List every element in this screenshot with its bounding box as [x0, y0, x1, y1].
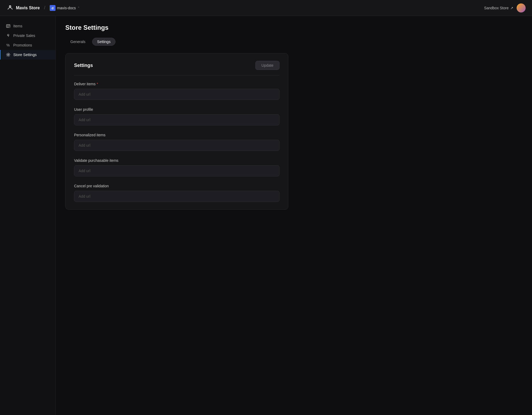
tab-generals[interactable]: Generals — [65, 38, 91, 46]
breadcrumb-separator: / — [44, 5, 45, 11]
svg-text:d: d — [52, 6, 54, 10]
update-button[interactable]: Update — [255, 61, 280, 70]
items-icon — [6, 24, 11, 28]
user-profile-input[interactable] — [74, 114, 280, 125]
page-title: Store Settings — [65, 24, 522, 31]
sidebar-store-settings-label: Store Settings — [13, 53, 37, 57]
store-settings-icon — [6, 53, 11, 57]
promotions-icon: % — [6, 43, 11, 47]
settings-card: Settings Update Deliver items * User pro… — [65, 53, 288, 210]
field-validate-purchasable: Validate purchasable items — [74, 158, 280, 176]
project-icon: d — [50, 5, 55, 11]
card-title: Settings — [74, 63, 93, 68]
sandbox-store-label: Sandbox Store — [484, 6, 509, 10]
svg-point-7 — [8, 54, 9, 56]
topnav-left: Mavis Store / d mavis-docs ⌃ — [6, 4, 484, 12]
deliver-items-input[interactable] — [74, 89, 280, 100]
personalized-items-label: Personalized items — [74, 133, 280, 137]
sidebar-promotions-label: Promotions — [13, 43, 32, 47]
field-user-profile: User profile — [74, 107, 280, 125]
sidebar-item-items[interactable]: Items — [0, 21, 55, 31]
sidebar-item-promotions[interactable]: % Promotions — [0, 40, 55, 50]
sandbox-store-link[interactable]: Sandbox Store ↗ — [484, 6, 513, 10]
tab-settings[interactable]: Settings — [92, 38, 116, 46]
field-deliver-items: Deliver items * — [74, 82, 280, 100]
user-profile-label: User profile — [74, 107, 280, 112]
main-content: Store Settings Generals Settings Setting… — [56, 16, 532, 415]
svg-point-1 — [10, 6, 11, 7]
validate-purchasable-label: Validate purchasable items — [74, 158, 280, 163]
sidebar-item-private-sales[interactable]: Private Sales — [0, 31, 55, 40]
topnav: Mavis Store / d mavis-docs ⌃ — [0, 0, 532, 16]
brand[interactable]: Mavis Store — [6, 4, 40, 12]
cancel-pre-validation-input[interactable] — [74, 191, 280, 202]
sidebar-item-store-settings[interactable]: Store Settings — [0, 50, 55, 60]
chevron-down-icon: ⌃ — [78, 6, 80, 9]
field-personalized-items: Personalized items — [74, 133, 280, 151]
deliver-items-label: Deliver items * — [74, 82, 280, 86]
topnav-right: Sandbox Store ↗ — [484, 3, 526, 12]
brand-icon — [6, 4, 14, 12]
personalized-items-input[interactable] — [74, 140, 280, 151]
user-avatar[interactable] — [517, 3, 526, 12]
private-sales-icon — [6, 33, 11, 38]
card-header: Settings Update — [74, 61, 280, 70]
project-selector[interactable]: d mavis-docs ⌃ — [50, 5, 80, 11]
external-link-icon: ↗ — [510, 6, 513, 10]
sidebar: Items Private Sales % Promotions — [0, 16, 56, 415]
svg-text:%: % — [6, 43, 10, 47]
required-star: * — [97, 82, 98, 86]
field-cancel-pre-validation: Cancel pre validation — [74, 184, 280, 202]
validate-purchasable-input[interactable] — [74, 165, 280, 176]
tabs-container: Generals Settings — [65, 38, 522, 46]
sidebar-items-label: Items — [13, 24, 22, 28]
brand-name: Mavis Store — [16, 6, 40, 10]
sidebar-private-sales-label: Private Sales — [13, 33, 35, 38]
card-divider — [74, 75, 280, 75]
project-name: mavis-docs — [57, 6, 76, 10]
cancel-pre-validation-label: Cancel pre validation — [74, 184, 280, 188]
app-layout: Items Private Sales % Promotions — [0, 16, 532, 415]
